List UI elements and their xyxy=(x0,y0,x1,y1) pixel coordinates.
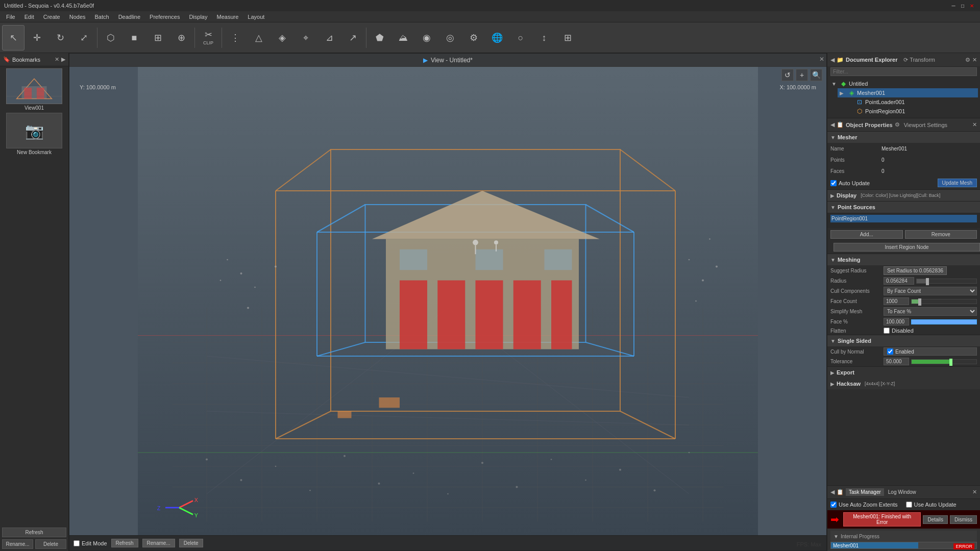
dismiss-button[interactable]: Dismiss xyxy=(950,515,977,524)
doc-explorer-close[interactable]: ✕ xyxy=(972,57,977,63)
tree-item-mesher001[interactable]: ▶ ◈ Mesher001 xyxy=(838,88,978,97)
bookmarks-arrow[interactable]: ▶ xyxy=(61,56,65,63)
edit-mode-input[interactable] xyxy=(74,540,80,546)
maximize-button[interactable]: □ xyxy=(959,2,967,10)
collapse-left-icon-2[interactable]: ◀ xyxy=(830,121,835,128)
radius-slider[interactable] xyxy=(916,279,977,284)
move-tool-button[interactable]: ✛ xyxy=(26,25,48,51)
flatten-checkbox[interactable] xyxy=(884,328,890,334)
extra-button[interactable]: ⊞ xyxy=(556,25,579,51)
remove-button[interactable]: Remove xyxy=(905,230,977,239)
cull-components-select[interactable]: By Face Count xyxy=(884,287,977,295)
details-button[interactable]: Details xyxy=(923,515,948,524)
log-window-tab[interactable]: Log Window xyxy=(885,488,919,496)
face-pct-input[interactable] xyxy=(884,318,909,325)
hacksaw-section-header[interactable]: ▶ Hacksaw [4x4x4] [X-Y-Z] xyxy=(827,378,980,389)
sphere-button[interactable]: ○ xyxy=(509,25,532,51)
mesh-button[interactable]: ⬟ xyxy=(369,25,391,51)
clip-button[interactable]: ✂ CLIP xyxy=(197,25,219,51)
menu-file[interactable]: File xyxy=(2,13,19,21)
select-tool-button[interactable]: ↖ xyxy=(2,25,24,51)
set-radius-button[interactable]: Set Radius to 0.0562836 xyxy=(884,266,947,275)
menu-deadline[interactable]: Deadline xyxy=(114,13,144,21)
doc-explorer-settings[interactable]: ⚙ xyxy=(965,57,970,63)
viewport-rename-button[interactable]: Rename... xyxy=(142,539,175,547)
error-message-button[interactable]: Mesher001: Finished with Error xyxy=(843,512,921,527)
face-count-bar[interactable] xyxy=(911,299,977,304)
bookmarks-close[interactable]: ✕ xyxy=(55,56,59,63)
cull-enabled-checkbox[interactable] xyxy=(887,348,893,355)
radius-input[interactable] xyxy=(884,277,914,285)
auto-zoom-label[interactable]: Use Auto Zoom Extents xyxy=(830,502,898,508)
props-close-icon[interactable]: ✕ xyxy=(972,121,977,128)
tree-item-untitled[interactable]: ▼ ◆ Untitled xyxy=(829,79,978,88)
props-settings-icon[interactable]: ⚙ xyxy=(895,121,900,128)
measure-button[interactable]: ⊿ xyxy=(318,25,340,51)
internal-progress-header[interactable]: ▼ Internal Progress xyxy=(830,531,977,542)
viewport-settings-tab[interactable]: Viewport Settings xyxy=(904,122,947,128)
update-mesh-button[interactable]: Update Mesh xyxy=(938,179,977,187)
export-button[interactable]: ↗ xyxy=(341,25,364,51)
bookmark-new[interactable]: 📷 New Bookmark xyxy=(2,113,66,155)
menu-preferences[interactable]: Preferences xyxy=(145,13,184,21)
viewport[interactable]: ▶ View - Untitled* ✕ ↺ + 🔍 xyxy=(69,53,827,551)
tm-close-icon[interactable]: ✕ xyxy=(972,489,977,495)
tools-button[interactable]: ⚙ xyxy=(462,25,485,51)
menu-edit[interactable]: Edit xyxy=(20,13,38,21)
close-button[interactable]: ✕ xyxy=(968,2,976,10)
auto-update-checkbox[interactable] xyxy=(830,180,837,186)
meshing-section-header[interactable]: ▼ Meshing xyxy=(827,254,980,265)
tolerance-thumb[interactable] xyxy=(949,359,952,366)
viewport-refresh-button[interactable]: Refresh xyxy=(111,539,138,547)
rotate-tool-button[interactable]: ↻ xyxy=(49,25,71,51)
viewport-delete-button[interactable]: Delete xyxy=(179,539,203,547)
auto-update-task-label[interactable]: Use Auto Update xyxy=(906,502,957,508)
simplify-mesh-select[interactable]: To Face % To Face Count None xyxy=(884,307,977,316)
menu-measure[interactable]: Measure xyxy=(212,13,242,21)
grid-button[interactable]: ⊞ xyxy=(146,25,169,51)
globe-button[interactable]: 🌐 xyxy=(486,25,508,51)
insert-region-button[interactable]: Insert Region Node xyxy=(834,243,980,252)
point-sources-header[interactable]: ▼ Point Sources xyxy=(827,202,980,213)
wireframe-button[interactable]: ⬡ xyxy=(100,25,122,51)
menu-create[interactable]: Create xyxy=(39,13,64,21)
refresh-button[interactable]: Refresh xyxy=(2,528,66,537)
scale-tool-button[interactable]: ⤢ xyxy=(72,25,95,51)
face-count-input[interactable] xyxy=(884,297,909,305)
filter-input[interactable] xyxy=(830,67,977,76)
tm-collapse-icon[interactable]: ◀ xyxy=(830,489,835,495)
solid-button[interactable]: ■ xyxy=(123,25,145,51)
ps-item-pointregion001[interactable]: PointRegion001 xyxy=(830,215,977,222)
transform-tab[interactable]: ⟳ Transform xyxy=(903,57,935,63)
delete-button[interactable]: Delete xyxy=(35,539,66,549)
viewport-close-button[interactable]: ✕ xyxy=(819,56,824,63)
tree-item-pointloader001[interactable]: ⊡ PointLoader001 xyxy=(846,97,978,107)
menu-display[interactable]: Display xyxy=(185,13,211,21)
radius-thumb[interactable] xyxy=(926,278,929,285)
collapse-left-icon[interactable]: ◀ xyxy=(830,57,835,63)
bookmark-view001[interactable]: View001 xyxy=(2,68,66,111)
tolerance-input[interactable] xyxy=(884,358,909,365)
auto-zoom-checkbox[interactable] xyxy=(830,502,837,508)
transform-button[interactable]: ↕ xyxy=(533,25,555,51)
minimize-button[interactable]: ─ xyxy=(949,2,958,10)
normals-button[interactable]: △ xyxy=(248,25,270,51)
menu-layout[interactable]: Layout xyxy=(243,13,268,21)
rename-button[interactable]: Rename... xyxy=(2,539,33,549)
single-sided-header[interactable]: ▼ Single Sided xyxy=(827,335,980,346)
color-button[interactable]: ◈ xyxy=(271,25,293,51)
face-pct-bar[interactable] xyxy=(911,319,977,324)
task-manager-tab[interactable]: Task Manager xyxy=(846,488,884,496)
add-button[interactable]: Add... xyxy=(830,230,903,239)
scan-button[interactable]: ◉ xyxy=(415,25,438,51)
analyze-button[interactable]: ◎ xyxy=(439,25,461,51)
auto-update-label[interactable]: Auto Update xyxy=(830,179,936,187)
mesher-section-header[interactable]: ▼ Mesher xyxy=(827,132,980,143)
points-button[interactable]: ⋮ xyxy=(224,25,247,51)
tolerance-bar[interactable] xyxy=(911,359,977,364)
export-section-header[interactable]: ▶ Export xyxy=(827,367,980,378)
terrain-button[interactable]: ⛰ xyxy=(392,25,414,51)
face-count-thumb[interactable] xyxy=(918,298,921,306)
edit-mode-checkbox[interactable]: Edit Mode xyxy=(74,540,107,546)
snap-button[interactable]: ⊕ xyxy=(170,25,192,51)
